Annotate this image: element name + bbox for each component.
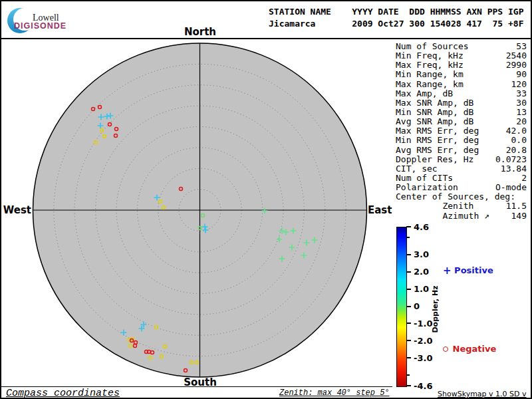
colorbar-tick (406, 254, 411, 255)
stat-value: 13 (516, 108, 527, 117)
compass-label-north: North (170, 26, 230, 38)
stat-row: Min SNR Amp, dB13 (396, 108, 527, 117)
stat-label: Doppler Res, Hz (396, 155, 473, 164)
stat-value: 53 (516, 42, 527, 51)
header-separator (1, 38, 531, 39)
colorbar-tick (406, 323, 411, 324)
stat-label: Min RMS Err, deg (396, 136, 479, 145)
stat-label: Max Amp, dB (396, 89, 453, 98)
colorbar-minor-tick (406, 237, 410, 238)
colorbar-tick (406, 226, 411, 227)
stat-value: 20 (516, 117, 527, 126)
stat-label: Max RMS Err, deg (396, 126, 479, 136)
stat-value: 11.5 (506, 201, 527, 211)
footer-zenith-range: Zenith: max 40° step 5° (279, 388, 390, 398)
stat-value: 2990 (506, 61, 527, 70)
stat-row: Min Freq, kHz2540 (396, 51, 527, 61)
stat-label: Avg SNR Amp, dB (396, 117, 473, 126)
stat-label: Min Freq, kHz (396, 51, 464, 61)
colorbar-tick (406, 357, 411, 358)
stat-label: Num of CITs (396, 174, 453, 183)
colorbar-gradient (396, 227, 407, 387)
colorbar-tick-label: -2.0 (414, 336, 442, 346)
stat-label: Avg RMS Err, deg (396, 146, 479, 155)
stat-label: CIT, sec (396, 164, 438, 174)
legend-negative: Negative (443, 344, 496, 354)
colorbar-tick-label: 3.0 (414, 249, 442, 259)
stat-row: Doppler Res, Hz0.0723 (396, 155, 527, 164)
header-columns-line: STATION NAME YYYY DATE DDD HHMMSS AXN PP… (269, 7, 524, 17)
stat-value: 0.0 (511, 136, 527, 145)
stat-label: Num of Sources (396, 42, 469, 51)
stats-panel: Num of Sources53Min Freq, kHz2540Max Fre… (396, 42, 527, 221)
stat-value: 120 (511, 80, 527, 89)
colorbar-axis-label: Doppler, Hz (431, 283, 440, 336)
colorbar-tick (406, 306, 411, 307)
plus-marker-icon: + (443, 265, 452, 277)
stat-row: Center of Sources, deg: (396, 192, 527, 201)
footer-version: ShowSkymap v 1.0 SD v 4.2 (438, 390, 531, 399)
stat-row: Max RMS Err, deg42.0 (396, 126, 527, 136)
stat-label: Azimuth ↗ (396, 211, 489, 221)
colorbar-tick (406, 271, 411, 273)
colorbar-tick (406, 340, 411, 341)
stat-label: Max SNR Amp, dB (396, 98, 473, 108)
stat-value: 20.8 (506, 146, 527, 155)
colorbar-tick-label: 4.6 (414, 222, 442, 232)
colorbar-tick-label: 2.0 (414, 267, 442, 277)
stat-label: Max Freq, kHz (396, 61, 464, 70)
stat-row: Avg SNR Amp, dB20 (396, 117, 527, 126)
header-block: STATION NAME YYYY DATE DDD HHMMSS AXN PP… (269, 6, 524, 30)
colorbar-tick (406, 385, 411, 386)
stat-row: Zenith11.5 (396, 201, 527, 211)
skymap-window: Lowell DIGISONDE STATION NAME YYYY DATE … (0, 0, 532, 399)
stat-row: Num of Sources53 (396, 42, 527, 51)
stat-value: 2 (521, 174, 527, 183)
stat-value: 2540 (506, 51, 527, 61)
stat-value: 30 (516, 98, 527, 108)
header-values-line: Jicamarca 2009 Oct27 300 154028 417 75 +… (269, 19, 524, 29)
stat-label: Polarization (396, 183, 458, 192)
digisonde-wordmark: DIGISONDE (14, 21, 66, 31)
stat-value: 33 (516, 89, 527, 98)
stat-value: 90 (516, 70, 527, 79)
legend-positive: + Positive (443, 265, 493, 277)
stat-label: Zenith (396, 201, 473, 211)
colorbar-tick-label: -3.0 (414, 353, 442, 363)
stat-row: Azimuth ↗149 (396, 211, 527, 221)
footer-separator (1, 386, 392, 387)
stat-row: Max Range, km120 (396, 80, 527, 89)
compass-label-west: West (3, 204, 31, 216)
stat-row: Max Amp, dB33 (396, 89, 527, 98)
stat-value: 149 (511, 211, 527, 221)
stat-row: Avg RMS Err, deg20.8 (396, 146, 527, 155)
stat-value: 13.84 (501, 164, 527, 174)
circle-marker-icon (443, 346, 448, 352)
stat-row: Max Freq, kHz2990 (396, 61, 527, 70)
stat-row: Min Range, km90 (396, 70, 527, 79)
stat-label: Min Range, km (396, 70, 464, 79)
colorbar-minor-tick (406, 374, 410, 376)
crescent-icon (5, 4, 36, 37)
stat-label: Min SNR Amp, dB (396, 108, 473, 117)
stat-row: Min RMS Err, deg0.0 (396, 136, 527, 145)
stat-row: CIT, sec13.84 (396, 164, 527, 174)
stat-value: 42.0 (506, 126, 527, 136)
stat-label: Max Range, km (396, 80, 464, 89)
stat-row: PolarizationO-mode (396, 183, 527, 192)
colorbar-tick (406, 289, 411, 290)
legend-positive-label: Positive (454, 265, 493, 275)
stat-label: Center of Sources, deg: (396, 192, 515, 201)
footer-coordinate-system: Compass coordinates (6, 388, 120, 399)
legend-negative-label: Negative (453, 344, 497, 354)
stat-row: Num of CITs2 (396, 174, 527, 183)
stat-value: O-mode (495, 183, 527, 192)
stat-value: 0.0723 (495, 155, 527, 164)
stat-row: Max SNR Amp, dB30 (396, 98, 527, 108)
